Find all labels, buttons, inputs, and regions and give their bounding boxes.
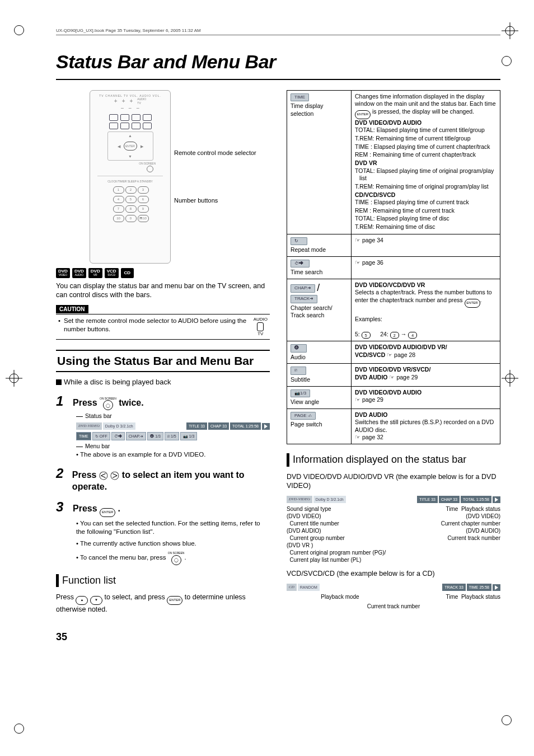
crop-mark-icon xyxy=(14,25,24,35)
section-head: Using the Status Bar and Menu Bar xyxy=(56,350,270,372)
subtitle-icon: ⎚ xyxy=(291,367,306,374)
while-playing: While a disc is being played back xyxy=(56,378,270,387)
table-row: ⏱➜ Time search page 36 xyxy=(287,256,500,279)
on-screen-icon: ◯ xyxy=(103,400,113,410)
enter-icon: ENTER xyxy=(167,596,182,605)
time-search-icon: ⏱➜ xyxy=(291,260,310,267)
step-1: 1 Press ON SCREEN ◯ twice. xyxy=(56,392,270,410)
caution-box: CAUTION • Set the remote control mode se… xyxy=(56,305,270,340)
disc-badges: DVDVIDEO DVDAUDIO DVDVR VCDSVCD CD xyxy=(56,268,270,278)
remote-mode-selector-label: Remote control mode selector xyxy=(174,149,256,157)
table-row: 🅐 Audio DVD VIDEO/DVD AUDIO/DVD VR/VCD/S… xyxy=(287,341,500,364)
page-title: Status Bar and Menu Bar xyxy=(56,49,500,74)
enter-icon: ENTER xyxy=(100,508,115,517)
cursor-left-icon: ⧀ xyxy=(99,471,108,480)
enter-icon: ENTER xyxy=(465,299,480,308)
angle-icon: 📷 1/3 xyxy=(291,389,310,397)
table-row: PAGE -/-Page switch DVD AUDIOSwitches th… xyxy=(287,408,500,444)
cursor-right-icon: ⧁ xyxy=(110,471,119,480)
crop-mark-icon xyxy=(502,715,512,725)
function-table: TIME Time display selection Changes time… xyxy=(287,90,500,445)
status-bar-example: DVD-VIDEO Dolby D 3/2.1ch TITLE 33 CHAP … xyxy=(76,422,270,430)
table-row: 📷 1/3View angle DVD VIDEO/DVD AUDIOpage … xyxy=(287,386,500,408)
status-bar-cd-diagram: CD RANDOM TRACK 33 TIME 25:58 Playback m… xyxy=(287,584,500,610)
info-sub-2: VCD/SVCD/CD (the example below is for a … xyxy=(287,569,500,578)
audio-icon: 🅐 xyxy=(291,344,307,352)
intro-text: You can display the status bar and menu … xyxy=(56,281,270,300)
remote-number-buttons-label: Number buttons xyxy=(174,196,256,204)
info-sub-1: DVD VIDEO/DVD AUDIO/DVD VR (the example … xyxy=(287,472,500,491)
info-display-head: Information displayed on the status bar xyxy=(287,453,500,466)
book-header-line: UX-QD90[UG_UX].book Page 35 Tuesday, Sep… xyxy=(56,28,500,35)
function-list-intro: Press ▲ ▼ to select, and press ENTER to … xyxy=(56,593,270,614)
crop-mark-icon xyxy=(502,56,512,66)
registration-mark-icon xyxy=(502,370,518,387)
table-row: CHAP.➜ / TRACK➜ Chapter search/ Track se… xyxy=(287,279,500,341)
step-3: 3 Press ENTER . xyxy=(56,498,270,517)
cursor-down-icon: ▼ xyxy=(90,596,102,605)
page-number: 35 xyxy=(56,631,500,644)
remote-diagram: TV CHANNEL TV VOL. AUDIO VOL. +++ AUDIOT… xyxy=(90,90,270,264)
table-row: TIME Time display selection Changes time… xyxy=(287,90,500,234)
registration-mark-icon xyxy=(6,370,22,387)
enter-icon: ENTER xyxy=(355,110,371,119)
registration-mark-icon xyxy=(502,22,518,39)
repeat-icon: ↻ xyxy=(291,237,307,245)
on-screen-icon: ◯ xyxy=(171,555,181,565)
status-bar-dvd-diagram: DVD-VIDEO Dolby D 3/2.1ch TITLE 33 CHAP … xyxy=(287,496,500,564)
function-list-head: Function list xyxy=(56,574,270,587)
title-rule xyxy=(56,79,500,80)
menu-bar-example: TIME ↻OFF ⏱➜ CHAP.➜ 🅐 1/3 ⎚ 1/5 📷 1/3 xyxy=(76,432,270,440)
cursor-up-icon: ▲ xyxy=(76,596,88,605)
table-row: ⎚ Subtitle DVD VIDEO/DVD VR/SVCD/DVD AUD… xyxy=(287,364,500,386)
table-row: ↻ Repeat mode page 34 xyxy=(287,234,500,256)
crop-mark-icon xyxy=(14,724,24,734)
step-2: 2 Press ⧀ ⧁ to select an item you want t… xyxy=(56,464,270,493)
